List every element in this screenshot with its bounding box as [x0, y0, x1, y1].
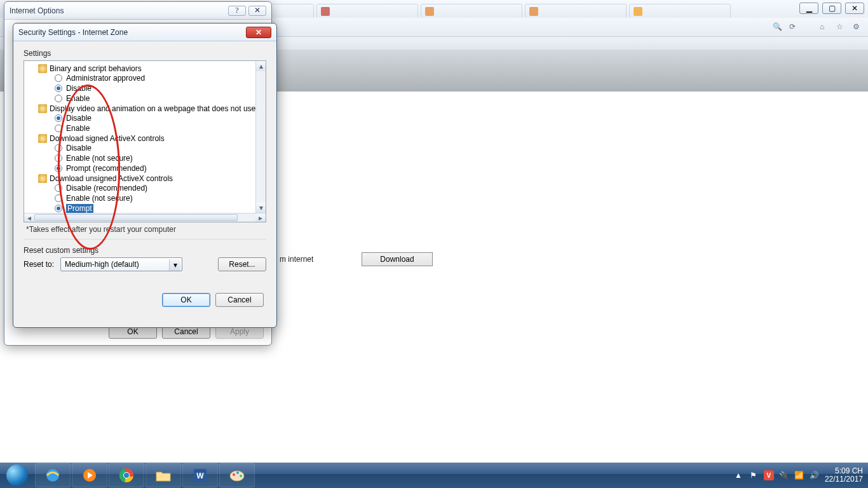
svg-point-7 — [124, 473, 129, 478]
security-settings-dialog: Security Settings - Internet Zone ✕ Sett… — [13, 23, 277, 328]
settings-label: Settings — [24, 49, 266, 58]
activex-icon — [38, 104, 47, 113]
close-button[interactable]: ✕ — [246, 27, 271, 38]
option-label: Administrator approved — [66, 74, 145, 83]
restart-note: *Takes effect after you restart your com… — [26, 225, 266, 234]
option-label: Disable — [66, 84, 92, 93]
category-label: Download signed ActiveX controls — [50, 134, 165, 143]
activex-icon — [38, 134, 47, 143]
option-label: Enable — [66, 124, 90, 133]
chrome-icon — [118, 467, 135, 484]
dialog-title: Internet Options — [10, 6, 64, 15]
category-download-unsigned: Download unsigned ActiveX controls — [38, 174, 264, 183]
window-controls: ▁ ▢ ✕ — [799, 3, 864, 14]
svg-point-12 — [236, 471, 239, 474]
cancel-button[interactable]: Cancel — [215, 293, 264, 307]
paint-icon — [229, 468, 245, 482]
option-label: Enable (not secure) — [66, 154, 133, 163]
radio-option[interactable]: Prompt (recommended) — [55, 163, 264, 173]
dialog-titlebar[interactable]: Security Settings - Internet Zone ✕ — [13, 24, 276, 41]
activex-icon — [38, 174, 47, 183]
radio-option[interactable]: Disable — [55, 143, 264, 153]
scrollbar-vertical[interactable]: ▴▾ — [255, 61, 266, 213]
scroll-up-icon[interactable]: ▴ — [256, 61, 266, 71]
radio-option[interactable]: Enable (not secure) — [55, 193, 264, 203]
scrollbar-horizontal[interactable]: ◂▸ — [24, 213, 266, 222]
radio-option[interactable]: Enable — [55, 93, 264, 104]
download-button[interactable]: Download — [362, 252, 433, 266]
windows-orb-icon — [6, 464, 28, 486]
radio-option[interactable]: Administrator approved — [55, 73, 264, 83]
close-button[interactable]: ✕ — [248, 6, 266, 16]
category-download-signed: Download signed ActiveX controls — [38, 134, 264, 143]
option-label: Enable (not secure) — [66, 194, 133, 203]
taskbar-chrome[interactable] — [109, 463, 144, 487]
svg-point-13 — [240, 475, 242, 477]
tray-show-hidden-icon[interactable]: ▲ — [733, 470, 743, 480]
svg-text:W: W — [196, 471, 204, 480]
gear-icon[interactable]: ⚙ — [853, 22, 863, 32]
word-icon: W — [192, 467, 208, 484]
browser-tab[interactable] — [421, 4, 522, 19]
option-label: Disable — [66, 144, 92, 152]
taskbar: W ▲ ⚑ V 🔌 📶 🔊 5:09 CH 22/11/2017 — [0, 463, 868, 488]
browser-tab[interactable] — [316, 4, 418, 19]
reset-group-label: Reset custom settings — [24, 246, 266, 255]
reset-button[interactable]: Reset... — [218, 257, 266, 271]
radio-option[interactable]: Prompt — [55, 203, 264, 214]
combobox-value: Medium-high (default) — [65, 260, 139, 269]
download-hint-text: m internet — [280, 255, 313, 264]
taskbar-word[interactable]: W — [182, 463, 218, 487]
activex-icon — [38, 64, 47, 73]
settings-tree: Binary and script behaviors Administrato… — [24, 60, 266, 222]
window-maximize[interactable]: ▢ — [822, 3, 841, 14]
system-tray: ▲ ⚑ V 🔌 📶 🔊 5:09 CH 22/11/2017 — [733, 467, 868, 484]
volume-icon[interactable]: 🔊 — [810, 470, 820, 480]
folder-icon — [155, 468, 172, 482]
star-icon[interactable]: ☆ — [836, 22, 846, 32]
home-icon[interactable]: ⌂ — [820, 22, 830, 32]
help-button[interactable]: ? — [228, 6, 246, 16]
reset-level-combobox[interactable]: Medium-high (default) ▾ — [60, 257, 182, 271]
category-label: Binary and script behaviors — [50, 64, 142, 73]
dialog-title: Security Settings - Internet Zone — [18, 28, 128, 37]
radio-option[interactable]: Disable — [55, 113, 264, 123]
network-icon[interactable]: 📶 — [794, 470, 804, 480]
option-label: Prompt — [66, 204, 93, 213]
power-icon[interactable]: 🔌 — [779, 470, 789, 480]
taskbar-mediaplayer[interactable] — [72, 463, 107, 487]
radio-option[interactable]: Enable — [55, 123, 264, 133]
taskbar-clock[interactable]: 5:09 CH 22/11/2017 — [825, 467, 863, 484]
dialog-titlebar[interactable]: Internet Options ? ✕ — [4, 2, 271, 20]
option-label: Disable — [66, 114, 92, 123]
search-icon[interactable]: 🔍 — [773, 22, 783, 32]
scroll-thumb[interactable] — [34, 214, 238, 221]
app-v-icon[interactable]: V — [764, 470, 774, 480]
window-minimize[interactable]: ▁ — [799, 3, 818, 14]
category-binary-script: Binary and script behaviors — [38, 64, 264, 73]
radio-option[interactable]: Enable (not secure) — [55, 153, 264, 163]
category-display-video: Display video and animation on a webpage… — [38, 104, 264, 113]
browser-tab[interactable] — [525, 4, 627, 19]
scroll-right-icon[interactable]: ▸ — [255, 214, 266, 222]
category-label: Display video and animation on a webpage… — [50, 104, 255, 113]
option-label: Prompt (recommended) — [66, 164, 147, 173]
window-close[interactable]: ✕ — [845, 3, 864, 14]
ok-button[interactable]: OK — [162, 293, 210, 307]
radio-option[interactable]: Disable — [55, 83, 264, 93]
taskbar-paint[interactable] — [219, 463, 255, 487]
start-button[interactable] — [0, 463, 34, 488]
scroll-down-icon[interactable]: ▾ — [256, 203, 266, 213]
taskbar-ie[interactable] — [35, 463, 71, 487]
clock-date: 22/11/2017 — [825, 475, 863, 484]
chevron-down-icon[interactable]: ▾ — [169, 259, 180, 271]
option-label: Disable (recommended) — [66, 184, 147, 193]
flag-icon[interactable]: ⚑ — [749, 470, 759, 480]
browser-tab[interactable] — [629, 4, 731, 19]
category-label: Download unsigned ActiveX controls — [50, 174, 173, 183]
taskbar-explorer[interactable] — [146, 463, 181, 487]
radio-option[interactable]: Disable (recommended) — [55, 183, 264, 193]
scroll-left-icon[interactable]: ◂ — [24, 214, 34, 222]
mediaplayer-icon — [81, 467, 98, 484]
refresh-icon[interactable]: ⟳ — [789, 22, 799, 32]
